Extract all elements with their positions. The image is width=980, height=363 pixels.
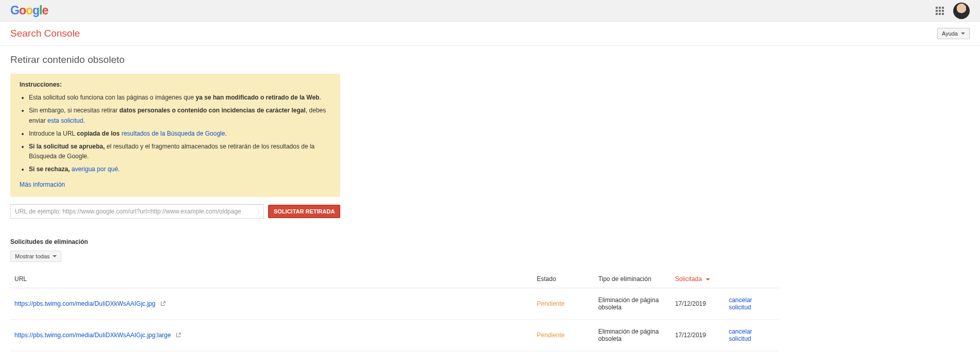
google-logo[interactable]: Google — [10, 4, 48, 18]
instructions-box: Instrucciones: Esta solicitud solo funci… — [10, 74, 340, 197]
product-name[interactable]: Search Console — [10, 28, 80, 39]
cancel-request-link[interactable]: cancelar solicitud — [729, 296, 752, 311]
requests-table: URL Estado Tipo de eliminación Solicitad… — [10, 270, 778, 351]
col-status[interactable]: Estado — [533, 270, 594, 288]
type-cell: Eliminación de página obsoleta — [594, 288, 671, 319]
page-title: Retirar contenido obsoleto — [10, 54, 778, 65]
sort-desc-icon — [706, 278, 710, 280]
instruction-item: Si se rechaza, averigua por qué. — [29, 164, 331, 174]
avatar[interactable] — [953, 3, 970, 19]
status-cell: Pendiente — [533, 319, 594, 351]
instruction-item: Si la solicitud se aprueba, el resultado… — [29, 142, 331, 161]
external-link-icon[interactable] — [160, 301, 165, 306]
instruction-item: Esta solicitud solo funciona con las pág… — [29, 93, 331, 103]
apps-icon[interactable] — [936, 7, 944, 15]
instructions-heading: Instrucciones: — [20, 81, 62, 88]
help-button[interactable]: Ayuda — [937, 28, 970, 39]
legal-request-link[interactable]: esta solicitud — [47, 117, 83, 124]
rejected-link[interactable]: averigua por qué — [72, 166, 118, 173]
submit-button[interactable]: SOLICITAR RETIRADA — [268, 205, 340, 218]
col-action — [725, 270, 778, 288]
col-type[interactable]: Tipo de eliminación — [594, 270, 671, 288]
filter-button[interactable]: Mostrar todas — [10, 251, 61, 262]
status-cell: Pendiente — [533, 288, 594, 319]
chevron-down-icon — [53, 255, 57, 257]
filter-label: Mostrar todas — [15, 253, 49, 259]
request-url-link[interactable]: https://pbs.twimg.com/media/DuIiDXkWsAAI… — [14, 332, 171, 339]
help-label: Ayuda — [942, 30, 958, 37]
requests-section-title: Solicitudes de eliminación — [10, 238, 778, 245]
external-link-icon[interactable] — [176, 332, 181, 337]
request-url-link[interactable]: https://pbs.twimg.com/media/DuIiDXkWsAAI… — [14, 300, 155, 307]
google-top-bar: Google — [0, 0, 980, 22]
table-row: https://pbs.twimg.com/media/DuIiDXkWsAAI… — [10, 319, 778, 351]
chevron-down-icon — [961, 32, 965, 35]
search-results-link[interactable]: resultados de la Búsqueda de Google — [122, 130, 225, 137]
product-bar: Search Console Ayuda — [0, 22, 980, 46]
table-row: https://pbs.twimg.com/media/DuIiDXkWsAAI… — [10, 288, 778, 319]
date-cell: 17/12/2019 — [671, 288, 724, 319]
main-content: Retirar contenido obsoleto Instrucciones… — [0, 46, 789, 359]
more-info-link[interactable]: Más información — [20, 181, 65, 188]
instruction-item: Sin embargo, si necesitas retirar datos … — [29, 106, 331, 125]
date-cell: 17/12/2019 — [671, 319, 724, 351]
type-cell: Eliminación de página obsoleta — [594, 319, 671, 351]
col-url[interactable]: URL — [10, 270, 533, 288]
col-requested[interactable]: Solicitada — [671, 270, 724, 288]
url-input[interactable] — [10, 204, 264, 219]
instruction-item: Introduce la URL copiada de los resultad… — [29, 129, 331, 139]
url-form: SOLICITAR RETIRADA — [10, 204, 778, 219]
cancel-request-link[interactable]: cancelar solicitud — [729, 328, 752, 342]
